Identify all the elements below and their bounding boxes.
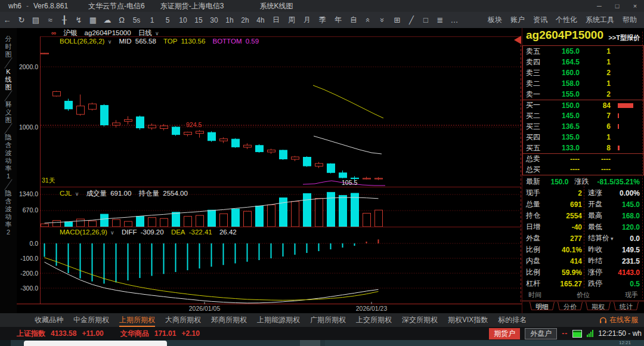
nav-item-大商所期权[interactable]: 大商所期权: [165, 313, 201, 327]
macd-name[interactable]: MACD(12,26,9): [60, 228, 107, 236]
period-4h[interactable]: 4h: [253, 16, 268, 24]
refresh-icon[interactable]: ↻: [14, 16, 29, 24]
nav-item-郑商所期权[interactable]: 郑商所期权: [211, 313, 247, 327]
period-年[interactable]: 年: [330, 15, 346, 25]
bid-price: 133.0: [546, 144, 580, 152]
nav-item-上交所期权[interactable]: 上交所期权: [356, 313, 392, 327]
index1-label[interactable]: 上证指数: [17, 329, 45, 339]
bid-level-label: 买四: [526, 132, 546, 143]
chevron-down-icon[interactable]: ∨: [110, 230, 114, 236]
start-button[interactable]: [0, 340, 11, 346]
kline-flash-icon[interactable]: ↯: [72, 16, 86, 24]
period-10[interactable]: 10: [175, 16, 191, 24]
boll-name[interactable]: BOLL(26,26,2): [60, 38, 104, 45]
nav-item-上期能源期权[interactable]: 上期能源期权: [257, 313, 300, 327]
chart-label: 924.5: [186, 121, 202, 128]
quote-list-icon[interactable]: ▤: [29, 16, 43, 24]
left-tab-5[interactable]: 隐含波动率2: [4, 190, 13, 236]
period-5[interactable]: 5: [160, 16, 175, 24]
nav-item-收藏品种[interactable]: 收藏品种: [35, 313, 63, 327]
draw-line-icon[interactable]: ╱: [404, 16, 419, 24]
stat-value: -40: [552, 223, 582, 231]
chevron-down-icon[interactable]: ∨: [75, 191, 79, 197]
kline-chart-icon[interactable]: ╂: [57, 16, 72, 24]
stat-row-2: 现手2速涨0.00%: [522, 187, 644, 199]
cjl-name[interactable]: CJL: [60, 190, 72, 197]
left-tab-3[interactable]: 释义图: [4, 101, 13, 124]
period-5s[interactable]: 5s: [129, 16, 144, 24]
stat-value: 231.5: [618, 257, 644, 265]
expand-down-icon[interactable]: »: [376, 16, 390, 24]
more-icon[interactable]: …: [447, 16, 462, 24]
stat-label: 结算价▾: [582, 233, 618, 243]
menu-资讯[interactable]: 资讯: [533, 15, 547, 25]
stat-row-10: 杠杆165.27跌停0.5: [522, 278, 644, 289]
nav-item-中金所期权[interactable]: 中金所期权: [73, 313, 109, 327]
stat-label: 杠杆: [522, 279, 552, 289]
title-separator: -: [26, 2, 29, 10]
nav-item-期权VIX指数[interactable]: 期权VIX指数: [448, 313, 488, 327]
menu-系统工具[interactable]: 系统工具: [586, 15, 614, 25]
menu-帮助[interactable]: 帮助: [623, 15, 637, 25]
stat-value: 165.27: [552, 280, 582, 288]
quote-tab-分价[interactable]: 分价: [558, 302, 583, 311]
quote-tab-明细[interactable]: 明细: [530, 302, 555, 311]
insert-kline-icon[interactable]: ⊞: [390, 16, 404, 24]
cloud-sync-icon[interactable]: ☁: [100, 16, 114, 24]
period-15[interactable]: 15: [191, 16, 206, 24]
nav-item-深交所期权[interactable]: 深交所期权: [402, 313, 438, 327]
futures-account-button[interactable]: 期货户: [489, 328, 520, 339]
quote-tab-期权[interactable]: 期权: [586, 302, 611, 311]
menu-账户[interactable]: 账户: [510, 15, 525, 25]
chart-canvas[interactable]: 2000.01000.01340.0670.00.0-100.0-200.0-3…: [17, 28, 522, 313]
back-icon[interactable]: ←: [0, 16, 14, 24]
nav-item-标的排名[interactable]: 标的排名: [498, 313, 527, 327]
chevron-down-icon[interactable]: ∨: [155, 30, 159, 36]
taskbar-search-box[interactable]: [24, 341, 167, 346]
period-30[interactable]: 30: [206, 16, 222, 24]
close-icon[interactable]: ×: [626, 0, 644, 12]
left-tab-4[interactable]: 隐含波动率1: [4, 134, 13, 180]
dea-label: DEA: [171, 228, 185, 236]
period-周[interactable]: 周: [284, 15, 299, 25]
period-日[interactable]: 日: [268, 15, 284, 25]
alert-bell-icon[interactable]: Ω: [114, 16, 129, 24]
menu-个性化[interactable]: 个性化: [556, 15, 577, 25]
index1-change: +11.00: [82, 329, 103, 338]
bid-level-label: 买一: [526, 100, 546, 110]
external-account-button[interactable]: 外盘户: [525, 328, 557, 339]
online-service-button[interactable]: 在线客服: [599, 315, 644, 325]
t-quote-link[interactable]: >>T型报价: [608, 33, 640, 42]
stat-label: 跌停: [582, 279, 618, 289]
period-季[interactable]: 季: [315, 15, 330, 25]
boll-top-value: 1130.56: [181, 38, 206, 45]
period-1h[interactable]: 1h: [222, 16, 237, 24]
multi-chart-icon[interactable]: ▦: [86, 16, 100, 24]
link-icon[interactable]: ∞: [51, 29, 56, 36]
draw-rect-icon[interactable]: □: [419, 16, 433, 24]
period-自[interactable]: 自: [346, 15, 361, 25]
left-tab-2[interactable]: K线图: [4, 68, 13, 91]
kline-chart-area[interactable]: 2000.01000.01340.0670.00.0-100.0-200.0-3…: [17, 28, 522, 313]
menu-板块[interactable]: 板块: [488, 15, 502, 25]
index2-label[interactable]: 文华商品: [120, 329, 149, 339]
period-2h[interactable]: 2h: [237, 16, 253, 24]
period-label[interactable]: 日线: [138, 29, 152, 36]
bid-volume-bar: [618, 113, 619, 118]
time-chart-icon[interactable]: ≈: [43, 16, 57, 24]
nav-item-广期所期权[interactable]: 广期所期权: [310, 313, 346, 327]
left-tab-1[interactable]: 分时图: [4, 35, 13, 58]
wh6-window: wh6 - Ver6.8.861 文华云节点-电信6 东证期货-上海电信3 系统…: [0, 0, 644, 346]
window-layout-icon[interactable]: ≣: [433, 16, 447, 24]
maximize-icon[interactable]: □: [608, 0, 626, 12]
index1-value: 4133.58: [51, 329, 76, 338]
period-月[interactable]: 月: [299, 15, 315, 25]
minimize-icon[interactable]: ─: [590, 0, 608, 12]
collapse-up-icon[interactable]: «: [361, 16, 376, 24]
period-1[interactable]: 1: [144, 16, 160, 24]
settle-dropdown-caret[interactable]: ▾: [611, 236, 614, 242]
chevron-down-icon[interactable]: ∨: [108, 39, 112, 45]
nav-item-上期所期权[interactable]: 上期所期权: [119, 313, 155, 327]
taskbar-app-button[interactable]: [300, 340, 320, 346]
quote-tab-统计[interactable]: 统计: [614, 302, 639, 311]
